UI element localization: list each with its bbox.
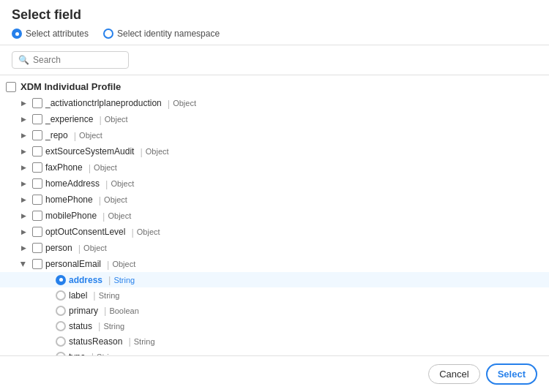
checkbox-mobile-phone[interactable] xyxy=(32,211,42,221)
item-type-mobile-phone: Object xyxy=(108,211,131,220)
expand-arrow-home-address[interactable]: ▶ xyxy=(18,178,29,189)
search-bar: 🔍 xyxy=(0,45,549,75)
tree-item-experience: ▶ _experience | Object xyxy=(0,111,549,127)
item-type-home-phone: Object xyxy=(104,195,127,204)
radio-status-reason[interactable] xyxy=(56,336,66,347)
item-type-fax-phone: Object xyxy=(94,163,117,172)
radio-select-attributes[interactable]: Select attributes xyxy=(12,29,89,39)
item-type-home-address: Object xyxy=(111,179,134,188)
radio-label-attributes: Select attributes xyxy=(26,29,89,39)
item-name-status-reason: statusReason xyxy=(69,336,122,347)
radio-label-identity: Select identity namespace xyxy=(117,29,220,39)
radio-circle-identity xyxy=(103,29,113,39)
search-input[interactable] xyxy=(33,55,122,65)
tree-item-status-reason: statusReason | String xyxy=(0,333,549,349)
tree-item-home-phone: ▶ homePhone | Object xyxy=(0,192,549,208)
item-name-mobile-phone: mobilePhone xyxy=(45,211,97,221)
expand-arrow-experience[interactable]: ▶ xyxy=(18,113,29,125)
cancel-button[interactable]: Cancel xyxy=(428,364,479,384)
item-type-opt-out: Object xyxy=(137,227,160,236)
item-type-activation: Object xyxy=(173,99,196,108)
dialog-header: Select field Select attributes Select id… xyxy=(0,0,549,45)
item-name-repo: _repo xyxy=(45,130,68,140)
dialog-title: Select field xyxy=(12,7,537,23)
tree-item-address: address | String xyxy=(0,272,549,287)
radio-circle-attributes xyxy=(12,29,22,39)
expand-arrow-repo[interactable]: ▶ xyxy=(18,129,29,141)
tree-item-label: label | String xyxy=(0,287,549,303)
item-type-address: String xyxy=(113,276,135,284)
expand-arrow-fax-phone[interactable]: ▶ xyxy=(18,162,29,173)
item-type-person: Object xyxy=(83,244,107,252)
item-name-primary: primary xyxy=(69,306,98,316)
expand-arrow-personal-email[interactable]: ▶ xyxy=(18,258,29,270)
tree-item-home-address: ▶ homeAddress | Object xyxy=(0,176,549,192)
item-name-home-phone: homePhone xyxy=(45,195,93,205)
checkbox-activation[interactable] xyxy=(32,98,42,108)
tree-item-mobile-phone: ▶ mobilePhone | Object xyxy=(0,208,549,224)
expand-arrow-mobile-phone[interactable]: ▶ xyxy=(18,210,29,222)
root-label: XDM Individual Profile xyxy=(20,81,121,92)
radio-primary[interactable] xyxy=(56,306,66,316)
item-name-fax-phone: faxPhone xyxy=(45,162,83,173)
expand-arrow-person[interactable]: ▶ xyxy=(18,242,29,254)
item-name-activation: _activationctrlplaneproduction xyxy=(45,98,162,108)
item-name-opt-out: optOutConsentLevel xyxy=(45,227,125,237)
tree-container: XDM Individual Profile ▶ _activationctrl… xyxy=(0,75,549,355)
tree-root-row: XDM Individual Profile xyxy=(0,78,549,95)
root-checkbox[interactable] xyxy=(6,82,16,92)
tree-item-ext-source: ▶ extSourceSystemAudit | Object xyxy=(0,143,549,159)
expand-arrow-ext-source[interactable]: ▶ xyxy=(18,146,29,157)
item-type-personal-email: Object xyxy=(112,260,135,268)
tree-item-fax-phone: ▶ faxPhone | Object xyxy=(0,159,549,176)
item-name-label: label xyxy=(69,290,87,301)
search-input-wrapper: 🔍 xyxy=(12,51,129,69)
item-type-status-reason: String xyxy=(134,337,155,346)
item-type-experience: Object xyxy=(105,115,128,124)
search-icon: 🔍 xyxy=(18,55,29,65)
expand-arrow-opt-out[interactable]: ▶ xyxy=(18,226,29,238)
tree-item-status: status | String xyxy=(0,318,549,333)
radio-group: Select attributes Select identity namesp… xyxy=(12,29,537,45)
tree-item-activation: ▶ _activationctrlplaneproduction | Objec… xyxy=(0,95,549,111)
tree-item-personal-email: ▶ personalEmail | Object xyxy=(0,256,549,272)
select-field-dialog: Select field Select attributes Select id… xyxy=(0,0,549,392)
checkbox-opt-out[interactable] xyxy=(32,227,42,237)
item-name-experience: _experience xyxy=(45,114,93,124)
item-name-status: status xyxy=(69,321,92,331)
tree-item-repo: ▶ _repo | Object xyxy=(0,127,549,143)
item-name-ext-source: extSourceSystemAudit xyxy=(45,146,134,157)
tree-item-person: ▶ person | Object xyxy=(0,240,549,256)
item-type-repo: Object xyxy=(79,131,102,140)
item-name-home-address: homeAddress xyxy=(45,178,100,189)
item-type-ext-source: Object xyxy=(146,147,169,156)
radio-label[interactable] xyxy=(56,290,66,301)
select-button[interactable]: Select xyxy=(486,363,537,385)
checkbox-ext-source[interactable] xyxy=(32,146,42,157)
checkbox-home-phone[interactable] xyxy=(32,195,42,205)
item-name-person: person xyxy=(45,243,72,253)
radio-status[interactable] xyxy=(56,321,66,331)
item-name-personal-email: personalEmail xyxy=(45,259,101,269)
checkbox-person[interactable] xyxy=(32,243,42,253)
expand-arrow-home-phone[interactable]: ▶ xyxy=(18,194,29,206)
radio-select-identity[interactable]: Select identity namespace xyxy=(103,29,220,39)
item-type-status: String xyxy=(103,322,124,331)
checkbox-personal-email[interactable] xyxy=(32,259,42,269)
item-type-label: String xyxy=(99,291,120,300)
item-name-address: address xyxy=(69,275,102,285)
radio-address[interactable] xyxy=(56,275,66,285)
tree-item-opt-out: ▶ optOutConsentLevel | Object xyxy=(0,224,549,240)
item-type-primary: Boolean xyxy=(109,306,138,315)
checkbox-experience[interactable] xyxy=(32,114,42,124)
tree-item-primary: primary | Boolean xyxy=(0,303,549,318)
checkbox-home-address[interactable] xyxy=(32,178,42,189)
checkbox-repo[interactable] xyxy=(32,130,42,140)
tree-item-type: type | String xyxy=(0,349,549,355)
checkbox-fax-phone[interactable] xyxy=(32,162,42,173)
dialog-footer: Cancel Select xyxy=(0,355,549,392)
expand-arrow-activation[interactable]: ▶ xyxy=(18,97,29,109)
